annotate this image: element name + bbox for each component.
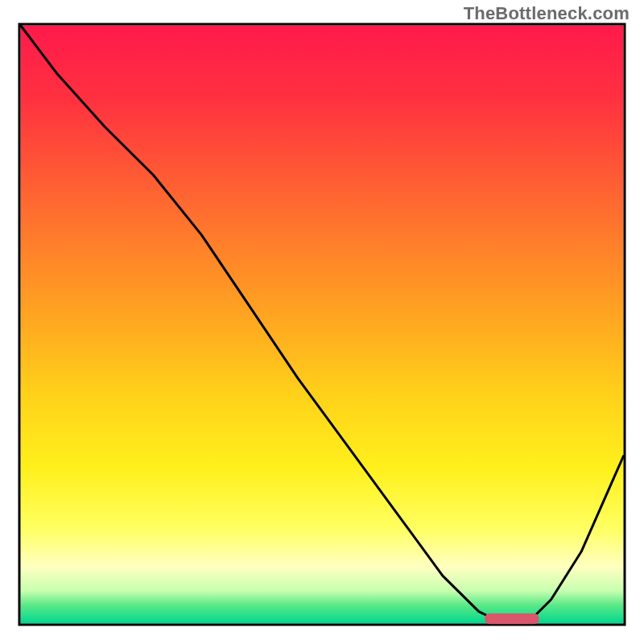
optimal-range-bar <box>485 613 539 624</box>
plot-background <box>21 26 624 624</box>
watermark-text: TheBottleneck.com <box>464 3 630 24</box>
bottleneck-chart <box>0 0 644 644</box>
